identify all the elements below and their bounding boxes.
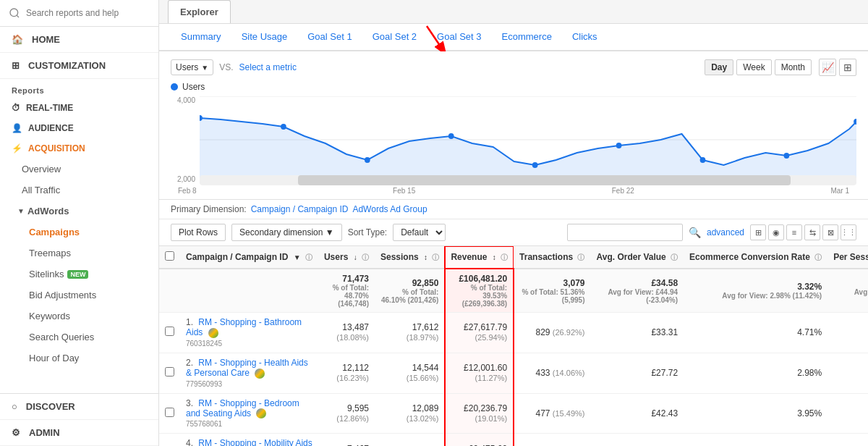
customization-icon: ⊞ [12, 60, 20, 71]
discover-icon: ○ [12, 401, 17, 412]
row-sessions-1: 14,544 (15.66%) [375, 353, 445, 393]
campaign-link-1[interactable]: RM - Shopping - Health Aids & Personal C… [186, 358, 308, 378]
total-label [180, 269, 318, 313]
row-checkbox-1[interactable] [159, 353, 180, 393]
row-checkbox-0[interactable] [159, 313, 180, 353]
pivot-icon[interactable]: ⊠ [822, 224, 838, 240]
adwords-group-link[interactable]: AdWords Ad Group [352, 204, 427, 214]
svg-point-10 [448, 133, 454, 139]
row-transactions-0: 829 (26.92%) [514, 313, 590, 353]
th-checkbox [159, 246, 180, 269]
info-icon-revenue[interactable]: ⓘ [501, 253, 508, 261]
campaign-link-0[interactable]: RM - Shopping - Bathroom Aids [186, 317, 302, 337]
week-button[interactable]: Week [736, 59, 771, 75]
metric-select[interactable]: Users ▼ [171, 59, 213, 75]
day-button[interactable]: Day [705, 59, 733, 75]
info-icon-transactions[interactable]: ⓘ [577, 253, 584, 261]
search-icon [9, 7, 20, 19]
svg-point-11 [532, 162, 538, 168]
tab-goal-set-1[interactable]: Goal Set 1 [297, 24, 362, 51]
th-conversion-rate[interactable]: Ecommerce Conversion Rate ⓘ [684, 246, 827, 269]
campaign-link-3[interactable]: RM - Shopping - Mobility Aids [198, 438, 312, 446]
th-campaign[interactable]: Campaign / Campaign ID ▼ ⓘ [180, 246, 318, 269]
row-campaign-3: 4. RM - Shopping - Mobility Aids 7795605… [180, 434, 318, 446]
tab-clicks[interactable]: Clicks [562, 24, 608, 51]
summary-view-icon[interactable]: ≡ [786, 224, 802, 240]
comparison-icon[interactable]: ⇆ [804, 224, 820, 240]
sort-arrow-sessions: ↕ [424, 253, 427, 261]
table-view-icon[interactable]: ⊞ [750, 224, 766, 240]
sidebar-item-customization[interactable]: ⊞ CUSTOMIZATION [0, 53, 158, 79]
advanced-link[interactable]: advanced [707, 227, 744, 237]
tab-summary[interactable]: Summary [171, 24, 231, 51]
tab-site-usage[interactable]: Site Usage [231, 24, 298, 51]
tab-goal-set-2[interactable]: Goal Set 2 [362, 24, 427, 51]
sidebar-item-audience[interactable]: 👤 AUDIENCE [0, 118, 158, 138]
row-campaign-2: 3. RM - Shopping - Bedroom and Seating A… [180, 393, 318, 434]
tab-ecommerce[interactable]: Ecommerce [492, 24, 562, 51]
info-icon-campaign[interactable]: ⓘ [305, 253, 312, 261]
table-search-input[interactable] [567, 224, 683, 241]
checkbox-2[interactable] [165, 408, 174, 417]
info-icon-sessions[interactable]: ⓘ [432, 253, 439, 261]
search-input[interactable] [26, 8, 150, 18]
bar-chart-icon[interactable]: ⊞ [839, 59, 856, 76]
sidebar-item-overview[interactable]: Overview [0, 159, 158, 180]
row-checkbox-2[interactable] [159, 393, 180, 434]
row-per-session-1: £0.83 [827, 353, 868, 393]
sidebar-item-keywords[interactable]: Keywords [0, 306, 158, 327]
data-table: Campaign / Campaign ID ▼ ⓘ Users ↓ ⓘ Ses… [159, 246, 868, 446]
row-checkbox-3[interactable] [159, 434, 180, 446]
sidebar-item-all-traffic[interactable]: All Traffic [0, 180, 158, 201]
sidebar-item-realtime[interactable]: ⏱ REAL-TIME [0, 98, 158, 118]
secondary-dimension-button[interactable]: Secondary dimension ▼ [231, 224, 342, 241]
explorer-tab[interactable]: Explorer [168, 0, 231, 23]
info-icon-users[interactable]: ⓘ [362, 253, 369, 261]
sidebar-item-sitelinks[interactable]: Sitelinks NEW [0, 264, 158, 285]
month-button[interactable]: Month [775, 59, 812, 75]
sidebar-item-hour-of-day[interactable]: Hour of Day [0, 348, 158, 369]
sidebar-item-search-queries[interactable]: Search Queries [0, 327, 158, 348]
th-revenue[interactable]: Revenue ↕ ⓘ [445, 246, 514, 269]
lifetime-icon[interactable]: ⋮⋮ [841, 224, 856, 240]
svg-line-1 [17, 15, 19, 17]
tab-goal-set-3[interactable]: Goal Set 3 [427, 24, 491, 51]
th-avg-order[interactable]: Avg. Order Value ⓘ [590, 246, 684, 269]
select-all-checkbox[interactable] [165, 251, 174, 261]
row-transactions-2: 477 (15.49%) [514, 393, 590, 434]
th-sessions[interactable]: Sessions ↕ ⓘ [375, 246, 445, 269]
reports-section-label: Reports [0, 79, 158, 98]
date-range-selector[interactable] [200, 175, 856, 185]
info-icon-avg-order[interactable]: ⓘ [671, 253, 678, 261]
sort-type-select[interactable]: Default [393, 224, 446, 241]
sidebar-item-bid-adjustments[interactable]: Bid Adjustments [0, 285, 158, 306]
search-bar[interactable] [0, 0, 158, 27]
campaign-id-link[interactable]: Campaign / Campaign ID [251, 204, 349, 214]
th-users[interactable]: Users ↓ ⓘ [318, 246, 375, 269]
select-metric-link[interactable]: Select a metric [239, 62, 297, 72]
sidebar-item-acquisition[interactable]: ⚡ ACQUISITION [0, 138, 158, 159]
realtime-icon: ⏱ [12, 103, 20, 113]
total-row: 71,473 % of Total: 48.70% (146,748) 92,8… [159, 269, 868, 313]
th-transactions[interactable]: Transactions ⓘ [514, 246, 590, 269]
line-chart-icon[interactable]: 📈 [819, 59, 836, 76]
th-per-session[interactable]: Per Session Value ⓘ [827, 246, 868, 269]
sidebar-item-home[interactable]: 🏠 HOME [0, 27, 158, 53]
sidebar-item-treemaps[interactable]: Treemaps [0, 243, 158, 264]
admin-gear-icon: ⚙ [12, 427, 20, 438]
row-revenue-0: £27,617.79 (25.94%) [445, 313, 514, 353]
sidebar-item-campaigns[interactable]: Campaigns [0, 222, 158, 243]
pie-chart-icon[interactable]: ◉ [768, 224, 784, 240]
campaign-link-2[interactable]: RM - Shopping - Bedroom and Seating Aids [186, 398, 299, 418]
info-icon-conversion[interactable]: ⓘ [814, 253, 822, 261]
row-avg-order-0: £33.31 [590, 313, 684, 353]
date-range-fill [298, 175, 791, 185]
sidebar-item-discover[interactable]: ○ DISCOVER [0, 393, 158, 420]
plot-rows-button[interactable]: Plot Rows [171, 224, 226, 241]
time-buttons: Day Week Month 📈 ⊞ [705, 59, 856, 76]
sidebar-item-admin[interactable]: ⚙ ADMIN [0, 420, 158, 446]
checkbox-1[interactable] [165, 367, 174, 376]
sidebar-item-adwords[interactable]: ▼ AdWords [0, 201, 158, 222]
search-magnifier-icon: 🔍 [689, 227, 701, 238]
checkbox-0[interactable] [165, 327, 174, 336]
